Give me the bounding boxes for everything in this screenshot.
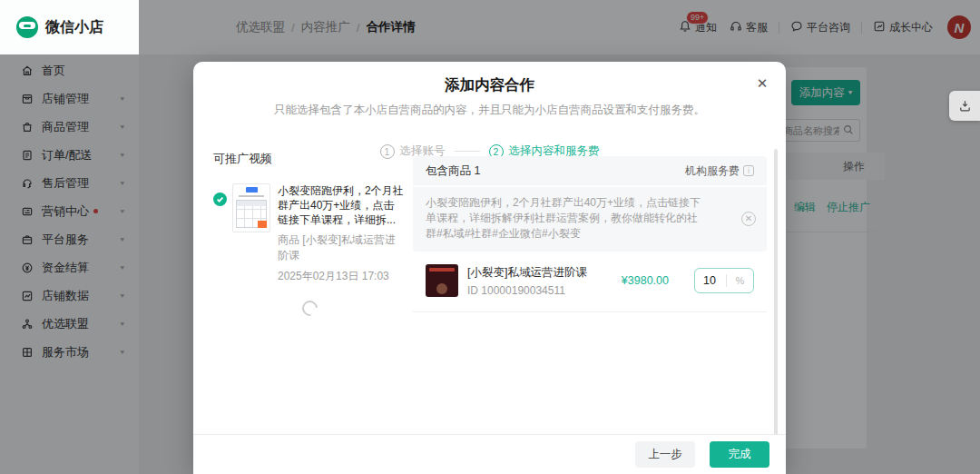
close-icon[interactable]: ✕ [755,76,769,91]
modal-scrollbar[interactable] [774,149,778,434]
product-info: [小裂变]私域运营进阶课 ID 10000190034511 [467,265,587,297]
product-price: ¥3980.00 [622,274,669,287]
content-fee-panel: 包含商品 1 机构服务费 i 小裂变陪跑伊利，2个月社群产出40万+业绩，点击链… [413,156,767,312]
product-name: [小裂变]私域运营进阶课 [467,265,587,281]
video-date: 2025年02月13日 17:03 [278,269,405,284]
product-row-divider [413,311,767,312]
selected-check-icon[interactable] [213,193,227,206]
content-description-row: 小裂变陪跑伊利，2个月社群产出40万+业绩，点击链接下单课程，详细拆解伊利社群运… [413,187,767,252]
fee-input[interactable] [695,274,726,287]
modal-title: 添加内容合作 [193,75,786,95]
promotable-videos-title: 可推广视频 [213,151,406,167]
fee-input-box[interactable]: % [694,268,754,293]
panel-header: 包含商品 1 机构服务费 i [413,156,767,187]
video-title: 小裂变陪跑伊利，2个月社群产出40万+业绩，点击链接下单课程，详细拆... [278,183,405,227]
included-products-panel: 包含商品 1 机构服务费 i 小裂变陪跑伊利，2个月社群产出40万+业绩，点击链… [413,156,767,252]
product-thumbnail [426,264,458,297]
info-icon[interactable]: i [743,165,754,176]
modal-footer: 上一步 完成 [193,434,786,474]
page-root: 优选联盟 / 内容推广 / 合作详情 通知 99+ 客服 [0,0,980,474]
previous-step-button[interactable]: 上一步 [635,441,695,468]
included-products-title: 包含商品 1 [426,163,480,179]
export-float-button[interactable] [949,91,980,121]
wechat-store-logo-icon [16,16,38,38]
fee-unit-label: % [727,275,753,286]
video-thumbnail [232,183,270,232]
product-id: ID 10000190034511 [467,284,587,297]
promotable-videos-panel: 可推广视频 小裂变陪跑伊利，2个月社群产出40万+业绩，点击链接下单课程，详细拆… [213,149,406,316]
modal-subtitle: 只能选择包含了本小店自营商品的内容，并且只能为小店自营商品设置和支付服务费。 [193,103,786,118]
add-cooperation-modal: ✕ 添加内容合作 只能选择包含了本小店自营商品的内容，并且只能为小店自营商品设置… [193,62,786,474]
export-icon [958,99,972,113]
modal-body: 可推广视频 小裂变陪跑伊利，2个月社群产出40万+业绩，点击链接下单课程，详细拆… [193,149,786,434]
content-description: 小裂变陪跑伊利，2个月社群产出40万+业绩，点击链接下单课程，详细拆解伊利社群运… [426,195,707,242]
agency-fee-label: 机构服务费 [685,163,740,179]
loading-spinner [299,298,320,320]
agency-fee-header: 机构服务费 i [685,163,754,179]
video-product-line: 商品 [小裂变]私域运营进阶课 [278,232,405,263]
video-list-item[interactable]: 小裂变陪跑伊利，2个月社群产出40万+业绩，点击链接下单课程，详细拆... 商品… [213,183,406,284]
video-meta: 小裂变陪跑伊利，2个月社群产出40万+业绩，点击链接下单课程，详细拆... 商品… [278,183,405,284]
remove-content-icon[interactable]: ✕ [741,212,756,226]
product-row: [小裂变]私域运营进阶课 ID 10000190034511 ¥3980.00 … [413,252,767,310]
done-button[interactable]: 完成 [710,441,769,468]
app-logo[interactable]: 微信小店 [0,0,139,54]
app-title: 微信小店 [45,18,103,37]
